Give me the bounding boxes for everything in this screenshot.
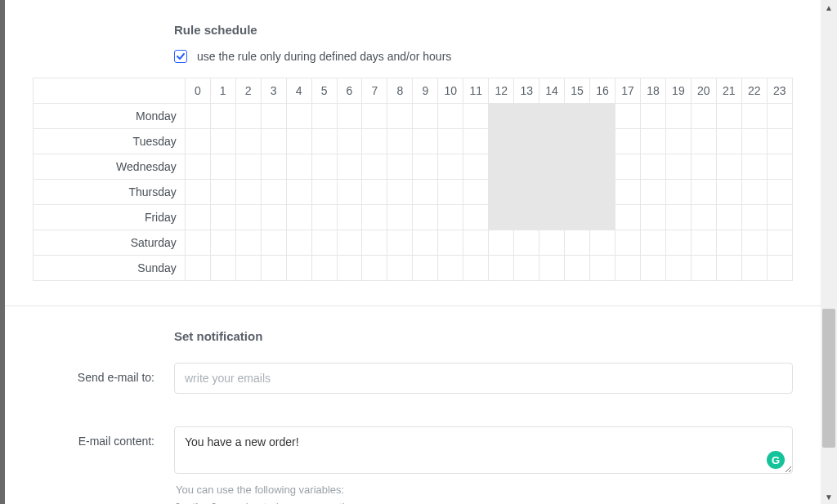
schedule-cell[interactable] (185, 129, 210, 154)
schedule-cell[interactable] (767, 205, 792, 230)
schedule-cell[interactable] (286, 154, 311, 180)
schedule-cell[interactable] (387, 129, 413, 154)
schedule-cell[interactable] (489, 180, 514, 205)
schedule-cell[interactable] (691, 205, 716, 230)
schedule-cell[interactable] (362, 180, 387, 205)
schedule-cell[interactable] (665, 205, 691, 230)
schedule-cell[interactable] (615, 104, 641, 129)
schedule-cell[interactable] (286, 104, 311, 129)
schedule-cell[interactable] (387, 104, 413, 129)
schedule-cell[interactable] (413, 104, 438, 129)
schedule-cell[interactable] (716, 154, 741, 180)
schedule-cell[interactable] (565, 205, 590, 230)
schedule-cell[interactable] (716, 180, 741, 205)
schedule-cell[interactable] (185, 104, 210, 129)
schedule-cell[interactable] (185, 180, 210, 205)
schedule-checkbox[interactable] (174, 50, 187, 63)
schedule-cell[interactable] (185, 205, 210, 230)
schedule-cell[interactable] (362, 154, 387, 180)
schedule-cell[interactable] (640, 129, 665, 154)
schedule-cell[interactable] (716, 256, 741, 281)
schedule-cell[interactable] (691, 256, 716, 281)
schedule-cell[interactable] (438, 205, 463, 230)
schedule-cell[interactable] (741, 104, 767, 129)
schedule-cell[interactable] (565, 154, 590, 180)
schedule-cell[interactable] (590, 129, 615, 154)
scroll-thumb[interactable] (822, 309, 835, 448)
schedule-cell[interactable] (210, 104, 235, 129)
schedule-cell[interactable] (413, 256, 438, 281)
schedule-cell[interactable] (261, 256, 286, 281)
schedule-cell[interactable] (311, 104, 337, 129)
schedule-cell[interactable] (210, 205, 235, 230)
schedule-cell[interactable] (463, 230, 489, 256)
schedule-cell[interactable] (311, 256, 337, 281)
schedule-cell[interactable] (741, 205, 767, 230)
schedule-cell[interactable] (311, 154, 337, 180)
schedule-cell[interactable] (665, 180, 691, 205)
schedule-cell[interactable] (463, 180, 489, 205)
schedule-cell[interactable] (438, 180, 463, 205)
schedule-cell[interactable] (387, 205, 413, 230)
schedule-cell[interactable] (286, 230, 311, 256)
schedule-cell[interactable] (210, 129, 235, 154)
schedule-cell[interactable] (716, 129, 741, 154)
schedule-cell[interactable] (539, 129, 565, 154)
schedule-cell[interactable] (489, 104, 514, 129)
schedule-cell[interactable] (286, 256, 311, 281)
schedule-cell[interactable] (665, 154, 691, 180)
schedule-cell[interactable] (767, 154, 792, 180)
schedule-cell[interactable] (716, 104, 741, 129)
schedule-cell[interactable] (741, 154, 767, 180)
schedule-cell[interactable] (235, 205, 261, 230)
schedule-cell[interactable] (767, 180, 792, 205)
schedule-cell[interactable] (413, 129, 438, 154)
schedule-cell[interactable] (590, 256, 615, 281)
schedule-cell[interactable] (514, 205, 539, 230)
schedule-cell[interactable] (691, 230, 716, 256)
schedule-cell[interactable] (539, 205, 565, 230)
schedule-cell[interactable] (463, 205, 489, 230)
schedule-cell[interactable] (565, 180, 590, 205)
schedule-cell[interactable] (463, 104, 489, 129)
schedule-cell[interactable] (691, 154, 716, 180)
schedule-cell[interactable] (362, 129, 387, 154)
schedule-cell[interactable] (741, 256, 767, 281)
schedule-cell[interactable] (210, 230, 235, 256)
schedule-cell[interactable] (489, 230, 514, 256)
schedule-cell[interactable] (615, 154, 641, 180)
schedule-cell[interactable] (767, 256, 792, 281)
send-to-input[interactable] (174, 363, 793, 394)
schedule-cell[interactable] (286, 180, 311, 205)
schedule-cell[interactable] (767, 230, 792, 256)
schedule-cell[interactable] (413, 154, 438, 180)
schedule-cell[interactable] (463, 256, 489, 281)
schedule-cell[interactable] (665, 129, 691, 154)
schedule-cell[interactable] (514, 154, 539, 180)
schedule-cell[interactable] (691, 129, 716, 154)
scroll-down-arrow[interactable]: ▼ (821, 489, 837, 504)
schedule-cell[interactable] (337, 205, 362, 230)
schedule-cell[interactable] (261, 104, 286, 129)
schedule-cell[interactable] (463, 154, 489, 180)
schedule-cell[interactable] (337, 180, 362, 205)
schedule-cell[interactable] (767, 104, 792, 129)
schedule-cell[interactable] (539, 104, 565, 129)
schedule-cell[interactable] (261, 180, 286, 205)
schedule-cell[interactable] (640, 154, 665, 180)
schedule-cell[interactable] (665, 256, 691, 281)
schedule-cell[interactable] (235, 154, 261, 180)
schedule-cell[interactable] (590, 154, 615, 180)
schedule-cell[interactable] (463, 129, 489, 154)
scroll-track[interactable] (821, 15, 837, 489)
schedule-cell[interactable] (539, 180, 565, 205)
schedule-cell[interactable] (413, 180, 438, 205)
schedule-cell[interactable] (539, 256, 565, 281)
schedule-cell[interactable] (539, 230, 565, 256)
schedule-cell[interactable] (615, 129, 641, 154)
schedule-cell[interactable] (337, 230, 362, 256)
schedule-cell[interactable] (235, 129, 261, 154)
schedule-cell[interactable] (539, 154, 565, 180)
schedule-cell[interactable] (716, 230, 741, 256)
schedule-cell[interactable] (413, 230, 438, 256)
